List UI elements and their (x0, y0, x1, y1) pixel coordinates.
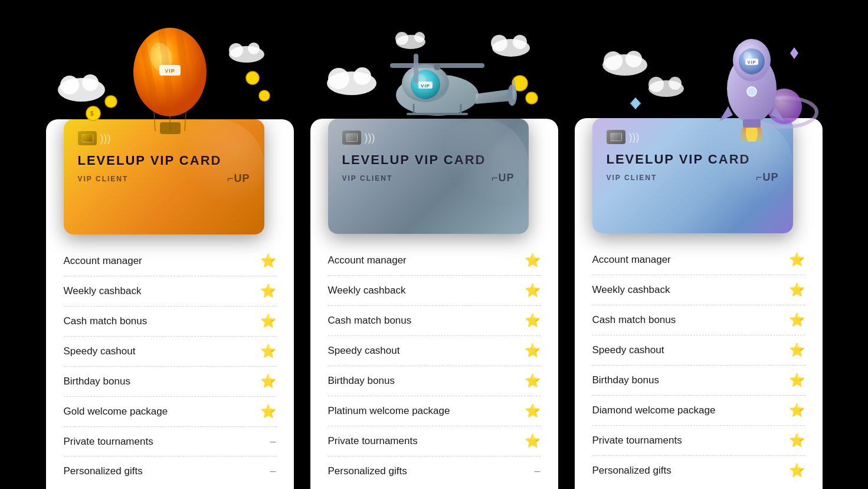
svg-rect-14 (160, 122, 181, 134)
svg-point-45 (434, 63, 441, 70)
list-item: Birthday bonus⭐ (328, 366, 541, 396)
star-icon: ⭐ (789, 344, 805, 357)
star-icon: ⭐ (789, 404, 805, 417)
svg-point-10 (259, 90, 270, 101)
svg-text:VIP: VIP (747, 60, 756, 65)
list-item: Birthday bonus⭐ (64, 367, 276, 397)
features-list-platinum: Account manager⭐Weekly cashback⭐Cash mat… (328, 234, 541, 485)
feature-label: Birthday bonus (592, 374, 659, 386)
star-icon: ⭐ (789, 434, 805, 447)
feature-label: Account manager (328, 255, 407, 266)
star-icon: ⭐ (789, 314, 805, 327)
list-item: Personalized gifts⭐ (592, 456, 805, 485)
list-item: Speedy cashout⭐ (64, 337, 276, 367)
star-icon: ⭐ (789, 464, 805, 477)
list-item: Weekly cashback⭐ (592, 275, 805, 305)
star-icon: ⭐ (525, 254, 541, 267)
feature-label: Speedy cashout (328, 345, 400, 357)
list-item: Personalized gifts– (64, 457, 276, 485)
star-icon: ⭐ (525, 314, 541, 327)
star-icon: ⭐ (260, 405, 276, 418)
star-icon: ⭐ (525, 344, 541, 357)
illustration-gold: $ VIP (46, 13, 294, 143)
star-icon: ⭐ (260, 315, 276, 328)
svg-point-28 (513, 35, 527, 49)
svg-text:$: $ (90, 110, 94, 117)
svg-point-2 (82, 74, 99, 91)
svg-marker-68 (719, 106, 733, 121)
feature-label: Private tournaments (328, 435, 418, 447)
svg-point-27 (491, 35, 507, 51)
feature-label: Cash match bonus (328, 315, 412, 327)
illustration-platinum: VIP (310, 12, 558, 142)
feature-label: Gold welcome package (64, 406, 168, 418)
star-icon: ⭐ (260, 255, 276, 268)
vip-client-label-platinum: VIP CLIENT (342, 174, 393, 182)
star-icon: ⭐ (525, 374, 541, 387)
list-item: Gold welcome package⭐ (64, 397, 276, 427)
svg-point-1 (60, 76, 79, 94)
list-item: Cash match bonus⭐ (64, 307, 276, 337)
feature-label: Platinum welcome package (328, 405, 450, 417)
svg-point-42 (512, 79, 516, 100)
list-item: Speedy cashout⭐ (328, 336, 541, 366)
feature-label: Weekly cashback (328, 285, 406, 296)
feature-label: Cash match bonus (592, 314, 676, 326)
star-icon: ⭐ (525, 405, 541, 418)
list-item: Account manager⭐ (592, 245, 805, 275)
feature-label: Private tournaments (64, 436, 153, 448)
feature-label: Account manager (592, 254, 671, 266)
dash-icon: – (270, 465, 276, 477)
feature-label: Diamond welcome package (592, 405, 716, 416)
star-icon: ⭐ (789, 283, 805, 296)
cards-container: $ VIP (0, 0, 868, 489)
list-item: Account manager⭐ (64, 246, 276, 276)
svg-point-54 (669, 77, 682, 90)
svg-marker-57 (790, 47, 798, 59)
list-item: Private tournaments⭐ (592, 426, 805, 456)
card-wrapper-diamond: VIP (575, 12, 823, 489)
list-item: Private tournaments– (64, 427, 276, 457)
list-item: Cash match bonus⭐ (328, 306, 541, 336)
svg-marker-40 (476, 89, 511, 104)
svg-point-50 (604, 51, 623, 70)
list-item: Diamond welcome package⭐ (592, 396, 805, 426)
star-icon: ⭐ (260, 375, 276, 388)
feature-label: Weekly cashback (64, 285, 142, 297)
vip-client-label-diamond: VIP CLIENT (607, 174, 657, 182)
list-item: Birthday bonus⭐ (592, 366, 805, 396)
svg-rect-44 (414, 54, 418, 83)
feature-label: Birthday bonus (328, 375, 395, 387)
star-icon: ⭐ (525, 435, 541, 448)
feature-label: Personalized gifts (592, 465, 672, 477)
dash-icon: – (270, 435, 276, 448)
star-icon: ⭐ (260, 285, 276, 298)
list-item: Cash match bonus⭐ (592, 305, 805, 335)
svg-point-31 (414, 32, 425, 43)
svg-point-53 (648, 77, 664, 92)
star-icon: ⭐ (525, 284, 541, 297)
illustration-diamond: VIP (575, 12, 823, 142)
svg-marker-56 (630, 97, 641, 109)
feature-label: Account manager (64, 255, 142, 267)
svg-point-30 (395, 32, 408, 45)
svg-point-5 (248, 43, 260, 54)
dash-icon: – (534, 465, 540, 477)
list-item: Personalized gifts– (328, 457, 541, 485)
features-panel-platinum: ))) LEVELUP VIP CARD VIP CLIENT ⌐UP Acco… (310, 119, 558, 489)
features-panel-gold: ))) LEVELUP VIP CARD VIP CLIENT ⌐UP Acco… (46, 119, 294, 489)
list-item: Private tournaments⭐ (328, 426, 541, 457)
svg-text:VIP: VIP (421, 83, 430, 89)
svg-point-33 (526, 92, 538, 104)
feature-label: Private tournaments (592, 435, 682, 446)
feature-label: Cash match bonus (64, 315, 148, 327)
feature-label: Birthday bonus (64, 376, 130, 387)
feature-label: Personalized gifts (64, 465, 143, 477)
svg-point-9 (246, 71, 259, 84)
list-item: Account manager⭐ (328, 246, 541, 276)
card-wrapper-gold: $ VIP (46, 13, 294, 489)
card-wrapper-platinum: VIP (310, 12, 558, 489)
feature-label: Speedy cashout (64, 345, 136, 357)
star-icon: ⭐ (260, 345, 276, 358)
svg-point-8 (105, 96, 117, 107)
